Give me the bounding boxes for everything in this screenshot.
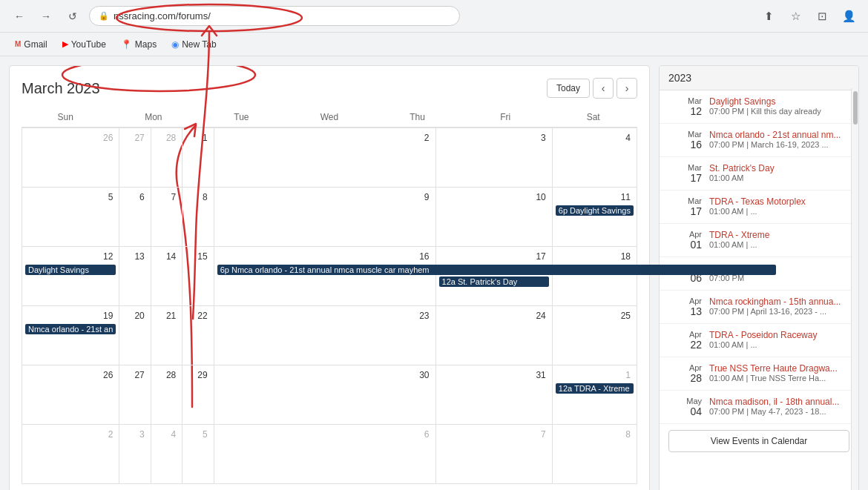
cal-cell-apr7[interactable]: 7	[436, 425, 553, 484]
event-day-9: 28	[668, 372, 702, 384]
prev-month-button[interactable]: ‹	[593, 78, 614, 99]
calendar-grid: 26 27 28 1 2 3 4 5 6 7 8 9 10 11 6p Dayl…	[22, 128, 637, 484]
event-daylight-sun[interactable]: Daylight Savings	[25, 265, 116, 275]
cal-cell-17[interactable]: 17 12a TDRA - Texas Motorplex 12a St. Pa…	[436, 247, 553, 306]
cal-cell-1[interactable]: 1	[183, 128, 214, 188]
browser-actions: ⬆ ☆ ⊡ 👤	[758, 6, 859, 27]
sidebar-event-3[interactable]: Mar 17 St. Patrick's Day 01:00 AM	[660, 157, 858, 191]
cal-cell-apr3[interactable]: 3	[119, 425, 151, 484]
cal-cell-22[interactable]: 22	[183, 306, 214, 365]
cal-cell-24[interactable]: 24	[436, 306, 553, 365]
cal-cell-27-prev[interactable]: 27	[119, 128, 151, 188]
cal-cell-apr2[interactable]: 2	[22, 425, 119, 484]
event-nmca[interactable]: 6p Nmca orlando - 21st annual nmca muscl…	[217, 265, 777, 275]
cal-cell-8[interactable]: 8	[183, 188, 214, 247]
cal-cell-28[interactable]: 28	[151, 365, 183, 425]
cal-cell-18[interactable]: 18	[553, 247, 637, 306]
cal-cell-apr5[interactable]: 5	[183, 425, 214, 484]
newtab-label: New Tab	[182, 39, 216, 50]
event-time-4: 01:00 AM | ...	[709, 207, 849, 216]
sidebar-event-4[interactable]: Mar 17 TDRA - Texas Motorplex 01:00 AM |…	[660, 191, 858, 224]
event-tdra-xtreme[interactable]: 12a TDRA - Xtreme	[556, 383, 634, 394]
cal-cell-25[interactable]: 25	[553, 306, 637, 365]
event-time-1: 07:00 PM | Kill this day already	[709, 107, 849, 116]
cal-cell-10[interactable]: 10	[436, 188, 553, 247]
cal-cell-27[interactable]: 27	[119, 365, 151, 425]
sidebar-event-date-5: Apr 01	[668, 230, 702, 251]
event-nmca-19[interactable]: Nmca orlando - 21st an	[25, 324, 116, 334]
event-daylight-sat[interactable]: 6p Daylight Savings	[556, 205, 634, 216]
event-day-5: 01	[668, 239, 702, 251]
sidebar-event-5[interactable]: Apr 01 TDRA - Xtreme 01:00 AM | ...	[660, 224, 858, 257]
cal-cell-21[interactable]: 21	[151, 306, 183, 365]
cal-cell-apr1[interactable]: 1 12a TDRA - Xtreme	[553, 365, 637, 425]
sidebar-year: 2023	[660, 66, 858, 90]
day-header-sun: Sun	[22, 107, 110, 127]
cal-cell-28-prev[interactable]: 28	[151, 128, 183, 188]
day-headers: Sun Mon Tue Wed Thu Fri Sat	[22, 107, 637, 128]
bookmark-newtab[interactable]: ◉ New Tab	[165, 37, 222, 52]
cal-cell-23[interactable]: 23	[214, 306, 436, 365]
event-title-2: Nmca orlando - 21st annual nm...	[709, 130, 849, 140]
event-month-5: Apr	[668, 230, 702, 239]
cal-cell-apr8[interactable]: 8	[553, 425, 637, 484]
cal-cell-20[interactable]: 20	[119, 306, 151, 365]
cal-cell-14[interactable]: 14	[151, 247, 183, 306]
event-title-1: Daylight Savings	[709, 96, 849, 107]
event-stpat[interactable]: 12a St. Patrick's Day	[439, 277, 549, 287]
cal-cell-31[interactable]: 31	[436, 365, 553, 425]
bookmark-button[interactable]: ☆	[785, 6, 806, 27]
cal-cell-29[interactable]: 29	[183, 365, 214, 425]
cal-cell-16[interactable]: 16 6p Nmca orlando - 21st annual nmca mu…	[214, 247, 436, 306]
sidebar: 2023 Mar 12 Daylight Savings 07:00 PM | …	[659, 65, 859, 490]
cal-cell-30[interactable]: 30	[214, 365, 436, 425]
tab-menu-button[interactable]: ⊡	[812, 6, 832, 27]
sidebar-event-1[interactable]: Mar 12 Daylight Savings 07:00 PM | Kill …	[660, 90, 858, 124]
bookmark-gmail[interactable]: M Gmail	[9, 37, 53, 52]
cal-cell-26-prev[interactable]: 26	[22, 128, 119, 188]
cal-cell-19[interactable]: 19 Nmca orlando - 21st an	[22, 306, 119, 365]
today-button[interactable]: Today	[547, 79, 590, 98]
cal-cell-7[interactable]: 7	[151, 188, 183, 247]
sidebar-event-date-10: May 04	[668, 397, 702, 417]
event-month-9: Apr	[668, 363, 702, 372]
youtube-label: YouTube	[71, 39, 106, 50]
cal-cell-11[interactable]: 11 6p Daylight Savings	[553, 188, 637, 247]
sidebar-event-info-10: Nmca madison, il - 18th annual... 07:00 …	[709, 397, 849, 416]
cal-cell-26[interactable]: 26	[22, 365, 119, 425]
scrollbar[interactable]	[851, 88, 858, 490]
sidebar-event-2[interactable]: Mar 16 Nmca orlando - 21st annual nm... …	[660, 124, 858, 157]
forward-button[interactable]: →	[36, 6, 56, 27]
sidebar-event-8[interactable]: Apr 22 TDRA - Poseidon Raceway 01:00 AM …	[660, 324, 858, 357]
cal-cell-6[interactable]: 6	[119, 188, 151, 247]
back-button[interactable]: ←	[9, 6, 30, 27]
sidebar-event-info-8: TDRA - Poseidon Raceway 01:00 AM | ...	[709, 330, 849, 349]
profile-button[interactable]: 👤	[838, 6, 859, 27]
event-time-10: 07:00 PM | May 4-7, 2023 - 18...	[709, 407, 849, 416]
cal-cell-4[interactable]: 4	[553, 128, 637, 188]
cal-cell-apr4[interactable]: 4	[151, 425, 183, 484]
sidebar-event-info-4: TDRA - Texas Motorplex 01:00 AM | ...	[709, 196, 849, 216]
sidebar-event-10[interactable]: May 04 Nmca madison, il - 18th annual...…	[660, 391, 858, 424]
bookmark-youtube[interactable]: ▶ YouTube	[56, 37, 112, 52]
cal-cell-2[interactable]: 2	[214, 128, 436, 188]
next-month-button[interactable]: ›	[617, 78, 637, 99]
cal-cell-apr6[interactable]: 6	[214, 425, 436, 484]
event-time-3: 01:00 AM	[709, 173, 849, 182]
cal-cell-5[interactable]: 5	[22, 188, 119, 247]
cal-cell-13[interactable]: 13	[119, 247, 151, 306]
share-button[interactable]: ⬆	[758, 6, 779, 27]
day-header-wed: Wed	[286, 107, 374, 127]
view-events-button[interactable]: View Events in Calendar	[668, 430, 849, 452]
cal-cell-12[interactable]: 12 Daylight Savings	[22, 247, 119, 306]
cal-cell-9[interactable]: 9	[214, 188, 436, 247]
sidebar-event-date-4: Mar 17	[668, 196, 702, 217]
sidebar-event-9[interactable]: Apr 28 True NSS Terre Haute Dragwa... 01…	[660, 357, 858, 391]
sidebar-event-7[interactable]: Apr 13 Nmca rockingham - 15th annua... 0…	[660, 291, 858, 324]
refresh-button[interactable]: ↺	[62, 6, 83, 27]
cal-cell-3[interactable]: 3	[436, 128, 553, 188]
cal-cell-15[interactable]: 15	[183, 247, 214, 306]
sidebar-events[interactable]: Mar 12 Daylight Savings 07:00 PM | Kill …	[660, 90, 858, 424]
address-bar[interactable]: 🔒 nssracing.com/forums/	[89, 6, 460, 26]
bookmark-maps[interactable]: 📍 Maps	[115, 37, 162, 52]
